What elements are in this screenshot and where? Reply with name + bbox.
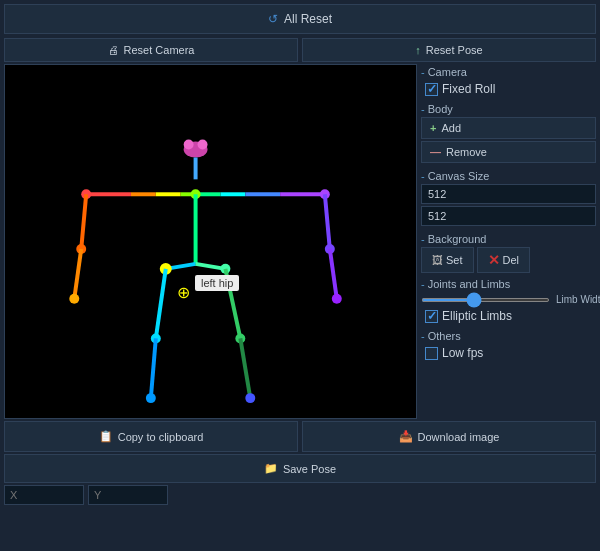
- copy-icon: 📋: [99, 430, 113, 443]
- canvas-width-input[interactable]: [421, 184, 596, 204]
- bottom-buttons: 📋 Copy to clipboard 📥 Download image: [4, 421, 596, 452]
- download-label: Download image: [418, 431, 500, 443]
- fixed-roll-label: Fixed Roll: [442, 82, 495, 96]
- download-image-button[interactable]: 📥 Download image: [302, 421, 596, 452]
- save-icon: 📁: [264, 462, 278, 475]
- all-reset-label: All Reset: [284, 12, 332, 26]
- reset-camera-button[interactable]: 🖨 Reset Camera: [4, 38, 298, 62]
- save-pose-button[interactable]: 📁 Save Pose: [4, 454, 596, 483]
- remove-label: Remove: [446, 146, 487, 158]
- low-fps-checkbox[interactable]: [425, 347, 438, 360]
- body-section: Body + Add — Remove: [421, 101, 596, 165]
- canvas-size-label: Canvas Size: [421, 168, 596, 184]
- svg-point-23: [332, 294, 342, 304]
- copy-clipboard-button[interactable]: 📋 Copy to clipboard: [4, 421, 298, 452]
- add-label: Add: [441, 122, 461, 134]
- background-label: Background: [421, 231, 596, 247]
- limb-width-label: Limb Width: [556, 294, 600, 305]
- del-icon: ✕: [488, 252, 500, 268]
- others-section: Others Low fps: [421, 328, 596, 362]
- svg-line-18: [74, 249, 81, 299]
- canvas-size-section: Canvas Size: [421, 168, 596, 228]
- elliptic-limbs-label: Elliptic Limbs: [442, 309, 512, 323]
- limb-width-slider[interactable]: [421, 298, 550, 302]
- pose-canvas-area[interactable]: left hip ⊕: [4, 64, 417, 419]
- svg-point-35: [245, 393, 255, 403]
- coords-row: [4, 485, 596, 505]
- minus-icon: —: [430, 146, 441, 158]
- body-label: Body: [421, 101, 596, 117]
- reset-camera-label: Reset Camera: [124, 44, 195, 56]
- reset-camera-icon: 🖨: [108, 44, 119, 56]
- set-label: Set: [446, 254, 463, 266]
- elliptic-limbs-row[interactable]: Elliptic Limbs: [421, 307, 596, 325]
- fixed-roll-row[interactable]: Fixed Roll: [421, 80, 596, 98]
- svg-line-30: [151, 338, 156, 398]
- download-icon: 📥: [399, 430, 413, 443]
- fixed-roll-checkbox[interactable]: [425, 83, 438, 96]
- copy-label: Copy to clipboard: [118, 431, 204, 443]
- others-label: Others: [421, 328, 596, 344]
- bg-set-button[interactable]: 🖼 Set: [421, 247, 474, 273]
- reset-pose-label: Reset Pose: [426, 44, 483, 56]
- reset-pose-icon: ↑: [415, 44, 421, 56]
- svg-line-32: [225, 269, 240, 339]
- save-label: Save Pose: [283, 463, 336, 475]
- bg-del-button[interactable]: ✕ Del: [477, 247, 531, 273]
- canvas-height-input[interactable]: [421, 206, 596, 226]
- plus-icon: +: [430, 122, 436, 134]
- joints-limbs-section: Joints and Limbs Limb Width Elliptic Lim…: [421, 276, 596, 325]
- remove-button[interactable]: — Remove: [421, 141, 596, 163]
- camera-section: Camera Fixed Roll: [421, 64, 596, 98]
- reset-pose-button[interactable]: ↑ Reset Pose: [302, 38, 596, 62]
- x-coord-input[interactable]: [4, 485, 84, 505]
- add-button[interactable]: + Add: [421, 117, 596, 139]
- svg-point-19: [69, 294, 79, 304]
- del-label: Del: [503, 254, 520, 266]
- all-reset-bar[interactable]: ↺ All Reset: [4, 4, 596, 34]
- svg-line-16: [81, 194, 86, 249]
- joints-limbs-label: Joints and Limbs: [421, 276, 596, 292]
- background-section: Background 🖼 Set ✕ Del: [421, 231, 596, 273]
- main-area: left hip ⊕ Camera Fixed Roll Body + Add: [4, 64, 596, 419]
- save-row: 📁 Save Pose: [4, 454, 596, 483]
- low-fps-row[interactable]: Low fps: [421, 344, 596, 362]
- svg-line-34: [240, 338, 250, 398]
- limb-width-row: Limb Width: [421, 292, 596, 307]
- svg-line-22: [330, 249, 337, 299]
- svg-point-2: [198, 140, 208, 150]
- svg-line-28: [156, 269, 166, 339]
- camera-label: Camera: [421, 64, 596, 80]
- svg-point-1: [184, 140, 194, 150]
- toolbar: 🖨 Reset Camera ↑ Reset Pose: [4, 38, 596, 62]
- elliptic-limbs-checkbox[interactable]: [425, 310, 438, 323]
- svg-line-20: [325, 194, 330, 249]
- sidebar: Camera Fixed Roll Body + Add — Remove: [421, 64, 596, 419]
- set-icon: 🖼: [432, 254, 443, 266]
- bg-buttons: 🖼 Set ✕ Del: [421, 247, 596, 273]
- y-coord-input[interactable]: [88, 485, 168, 505]
- low-fps-label: Low fps: [442, 346, 483, 360]
- svg-point-31: [146, 393, 156, 403]
- reset-icon: ↺: [268, 12, 278, 26]
- skeleton-svg: [5, 65, 416, 418]
